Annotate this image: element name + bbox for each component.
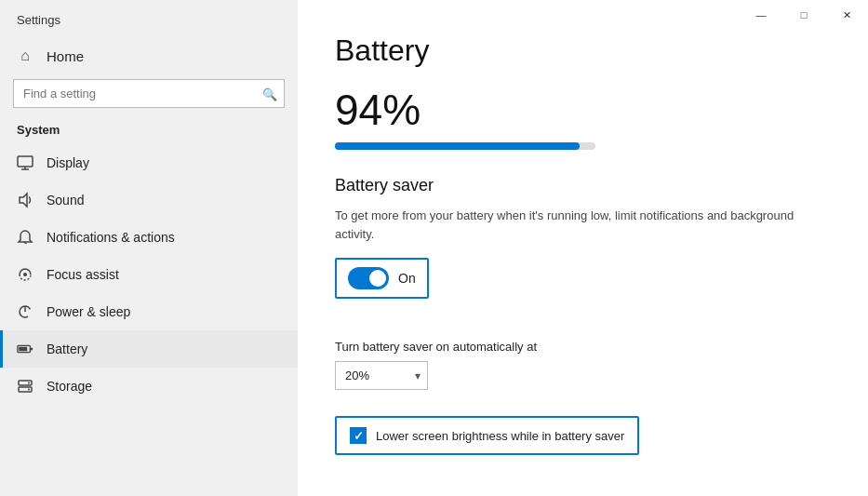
minimize-button[interactable]: —	[740, 0, 782, 30]
home-icon: ⌂	[17, 47, 33, 64]
checkbox-label: Lower screen brightness while in battery…	[376, 429, 624, 443]
display-icon	[17, 154, 33, 171]
sound-icon	[17, 192, 33, 208]
toggle-label: On	[398, 271, 416, 286]
battery-saver-toggle[interactable]	[348, 267, 389, 289]
power-label: Power & sleep	[47, 304, 130, 319]
sidebar: Settings ⌂ Home 🔍 System Display Sound	[0, 0, 298, 496]
sound-label: Sound	[47, 193, 84, 208]
svg-rect-9	[19, 347, 27, 352]
search-input[interactable]	[13, 79, 285, 108]
svg-rect-10	[30, 348, 33, 351]
battery-sidebar-label: Battery	[47, 342, 87, 356]
sidebar-item-power[interactable]: Power & sleep	[0, 293, 298, 330]
sidebar-home-label: Home	[47, 48, 84, 64]
sidebar-section-label: System	[0, 117, 298, 144]
svg-marker-3	[20, 194, 27, 207]
auto-label: Turn battery saver on automatically at	[335, 340, 831, 354]
battery-sidebar-icon	[17, 341, 33, 357]
battery-threshold-select[interactable]: 5% 10% 15% 20% 25% 30%	[335, 361, 428, 390]
checkbox-row: Lower screen brightness while in battery…	[335, 416, 639, 455]
storage-label: Storage	[47, 379, 92, 394]
battery-saver-desc: To get more from your battery when it's …	[335, 207, 800, 243]
brightness-checkbox[interactable]	[350, 427, 367, 444]
focus-label: Focus assist	[47, 267, 119, 282]
window-controls: — □ ✕	[740, 0, 868, 30]
sidebar-item-battery[interactable]: Battery	[0, 330, 298, 368]
notifications-icon	[17, 229, 33, 246]
close-button[interactable]: ✕	[825, 0, 868, 30]
battery-saver-title: Battery saver	[335, 176, 831, 195]
storage-icon	[17, 378, 33, 395]
focus-icon	[17, 266, 33, 283]
main-content: — □ ✕ Battery 94% Battery saver To get m…	[298, 0, 868, 496]
dropdown-wrap: 5% 10% 15% 20% 25% 30%	[335, 361, 831, 390]
search-icon: 🔍	[262, 87, 277, 101]
sidebar-item-focus[interactable]: Focus assist	[0, 256, 298, 293]
battery-bar-fill	[335, 142, 580, 150]
sidebar-item-display[interactable]: Display	[0, 144, 298, 181]
sidebar-item-storage[interactable]: Storage	[0, 368, 298, 405]
notifications-label: Notifications & actions	[47, 230, 175, 245]
search-box: 🔍	[13, 79, 285, 108]
sidebar-item-home[interactable]: ⌂ Home	[0, 36, 298, 75]
display-label: Display	[47, 155, 89, 170]
svg-point-14	[28, 389, 30, 391]
sidebar-item-notifications[interactable]: Notifications & actions	[0, 219, 298, 256]
svg-point-13	[28, 382, 30, 384]
app-title: Settings	[0, 0, 298, 36]
toggle-row: On	[335, 258, 429, 299]
svg-point-5	[23, 273, 27, 276]
select-wrap: 5% 10% 15% 20% 25% 30%	[335, 361, 428, 390]
svg-rect-0	[18, 156, 33, 167]
sidebar-item-sound[interactable]: Sound	[0, 181, 298, 219]
battery-percent: 94%	[335, 85, 831, 135]
page-title: Battery	[335, 34, 831, 68]
battery-bar-container	[335, 142, 595, 150]
power-icon	[17, 303, 33, 320]
maximize-button[interactable]: □	[782, 0, 825, 30]
